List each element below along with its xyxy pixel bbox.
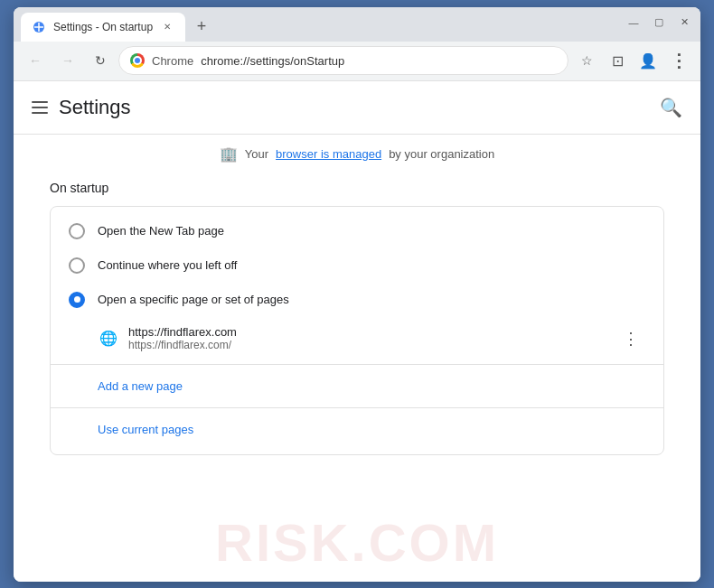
on-startup-section: On startup Open the New Tab page Continu…: [14, 173, 700, 473]
building-icon: 🏢: [220, 145, 238, 163]
radio-option-new-tab[interactable]: Open the New Tab page: [51, 214, 663, 248]
page-entry: 🌐 https://findflarex.com https://findfla…: [51, 317, 663, 360]
settings-title-area: Settings: [32, 96, 131, 119]
browser-window: Settings - On startup ✕ + — ▢ ✕ ←: [14, 7, 700, 582]
forward-button[interactable]: →: [53, 46, 82, 75]
managed-notice: 🏢 Your browser is managed by your organi…: [14, 135, 700, 173]
close-button[interactable]: ✕: [675, 14, 693, 32]
radio-label-new-tab: Open the New Tab page: [98, 224, 224, 238]
settings-page-title: Settings: [59, 96, 131, 119]
bookmark-button[interactable]: ☆: [572, 46, 601, 75]
add-new-page-link[interactable]: Add a new page: [51, 372, 201, 400]
managed-link[interactable]: browser is managed: [276, 147, 381, 161]
startup-options-card: Open the New Tab page Continue where you…: [50, 206, 664, 455]
settings-header: Settings 🔍: [14, 81, 700, 135]
tab-favicon: [32, 20, 46, 34]
hamburger-menu-icon[interactable]: [32, 101, 48, 114]
divider-2: [51, 407, 663, 408]
maximize-button[interactable]: ▢: [650, 14, 668, 32]
page-entry-more-button[interactable]: ⋮: [616, 324, 645, 353]
radio-option-specific[interactable]: Open a specific page or set of pages: [51, 283, 663, 317]
address-url: chrome://settings/onStartup: [201, 54, 557, 68]
settings-search-button[interactable]: 🔍: [660, 97, 682, 118]
tab-bar: Settings - On startup ✕ +: [21, 7, 625, 42]
radio-option-continue[interactable]: Continue where you left off: [51, 248, 663, 283]
watermark-area: RISK.COM: [14, 473, 700, 582]
minimize-button[interactable]: —: [625, 14, 643, 32]
page-url-main: https://findflarex.com: [128, 325, 607, 339]
new-tab-button[interactable]: +: [189, 14, 214, 40]
radio-label-continue: Continue where you left off: [98, 258, 237, 272]
managed-suffix-text: by your organization: [389, 147, 494, 161]
radio-button-specific[interactable]: [69, 292, 85, 308]
chrome-logo-icon: [130, 53, 145, 68]
page-url-sub: https://findflarex.com/: [128, 339, 607, 351]
radio-label-specific: Open a specific page or set of pages: [98, 293, 289, 306]
back-button[interactable]: ←: [21, 46, 50, 75]
address-bar[interactable]: Chrome chrome://settings/onStartup: [118, 46, 568, 75]
profile-button[interactable]: 👤: [634, 46, 662, 75]
nav-right-buttons: ☆ ⊡ 👤 ⋮: [572, 46, 693, 75]
page-url-info: https://findflarex.com https://findflare…: [128, 325, 607, 351]
settings-body: 🏢 Your browser is managed by your organi…: [14, 135, 700, 582]
extensions-button[interactable]: ⊡: [603, 46, 632, 75]
chrome-label: Chrome: [152, 54, 193, 68]
navigation-bar: ← → ↻ Chrome chrome://settings/onStartup…: [14, 42, 700, 81]
use-current-pages-link[interactable]: Use current pages: [51, 415, 211, 443]
title-bar: Settings - On startup ✕ + — ▢ ✕: [14, 7, 700, 42]
managed-prefix-text: Your: [245, 147, 268, 161]
reload-button[interactable]: ↻: [86, 46, 115, 75]
close-tab-button[interactable]: ✕: [160, 20, 174, 34]
radio-button-new-tab[interactable]: [69, 223, 85, 239]
watermark: RISK.COM: [215, 512, 499, 573]
add-page-container: Add a new page: [51, 369, 663, 404]
settings-content: Settings 🔍 🏢 Your browser is managed by …: [14, 81, 700, 582]
active-tab[interactable]: Settings - On startup ✕: [21, 13, 185, 42]
on-startup-label: On startup: [50, 181, 664, 195]
radio-button-continue[interactable]: [69, 257, 85, 274]
globe-icon: 🌐: [98, 328, 119, 350]
tab-title: Settings - On startup: [53, 21, 153, 33]
chrome-menu-button[interactable]: ⋮: [664, 46, 693, 75]
window-controls: — ▢ ✕: [625, 7, 693, 42]
use-current-container: Use current pages: [51, 412, 663, 447]
divider: [51, 364, 663, 365]
